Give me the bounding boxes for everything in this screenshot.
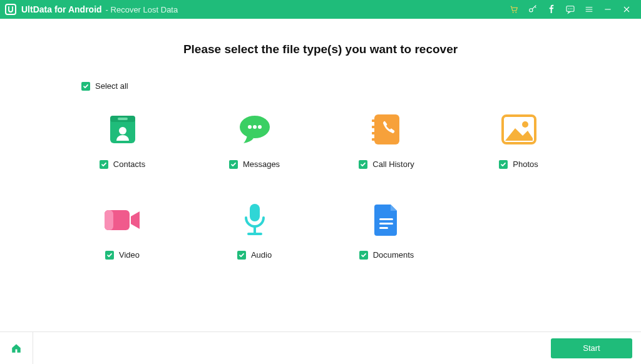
svg-rect-9 (118, 118, 128, 120)
svg-point-13 (253, 125, 257, 129)
facebook-icon[interactable] (542, 0, 561, 19)
minimize-button[interactable] (598, 0, 617, 19)
app-title: UltData for Android (21, 4, 102, 14)
check-icon (100, 160, 108, 169)
key-icon[interactable] (523, 0, 542, 19)
documents-icon (373, 199, 401, 241)
option-label: Documents (373, 250, 414, 260)
main-content: Please select the file type(s) you want … (0, 19, 641, 331)
option-label: Photos (513, 159, 538, 169)
check-icon (229, 160, 238, 169)
titlebar: UltData for Android - Recover Lost Data (0, 0, 641, 19)
footer: Start (0, 331, 641, 364)
svg-point-10 (119, 127, 126, 134)
check-icon (359, 160, 367, 169)
messages-icon (236, 108, 274, 151)
option-documents[interactable]: Documents (320, 199, 453, 260)
check-icon (81, 82, 90, 91)
svg-point-0 (513, 12, 514, 13)
call-history-icon (371, 108, 403, 151)
svg-rect-29 (379, 227, 388, 229)
svg-rect-28 (379, 223, 393, 225)
audio-icon (241, 199, 269, 241)
option-call-history[interactable]: Call History (320, 108, 453, 169)
check-icon (499, 160, 508, 169)
svg-point-21 (522, 121, 528, 128)
option-label: Contacts (113, 159, 145, 169)
option-photos[interactable]: Photos (453, 108, 585, 169)
page-heading: Please select the file type(s) you want … (38, 43, 603, 56)
app-subtitle: - Recover Lost Data (106, 5, 178, 14)
feedback-icon[interactable] (561, 0, 580, 19)
svg-rect-18 (372, 132, 376, 134)
option-audio[interactable]: Audio (188, 199, 320, 260)
svg-rect-23 (105, 210, 113, 230)
check-icon (359, 251, 368, 260)
option-label: Call History (372, 159, 414, 169)
svg-rect-17 (372, 126, 376, 128)
check-icon (105, 251, 114, 260)
home-button[interactable] (9, 341, 24, 356)
option-label: Video (119, 250, 140, 260)
option-label: Audio (251, 250, 272, 260)
option-label: Messages (243, 159, 280, 169)
start-button[interactable]: Start (551, 338, 632, 358)
option-contacts[interactable]: Contacts (56, 108, 188, 169)
svg-point-12 (248, 125, 252, 129)
contacts-icon (105, 108, 140, 151)
svg-point-14 (258, 125, 262, 129)
divider (33, 332, 33, 365)
svg-point-5 (570, 8, 570, 9)
close-button[interactable] (617, 0, 636, 19)
select-all-label: Select all (95, 81, 128, 91)
photos-icon (500, 108, 538, 151)
cart-icon[interactable] (505, 0, 523, 19)
menu-icon[interactable] (580, 0, 598, 19)
video-icon (103, 199, 142, 241)
check-icon (237, 251, 246, 260)
option-messages[interactable]: Messages (188, 108, 320, 169)
file-type-grid: Contacts Messages (38, 108, 603, 260)
app-logo-icon (5, 4, 16, 15)
svg-point-6 (572, 8, 572, 9)
select-all-checkbox[interactable]: Select all (81, 81, 603, 91)
svg-point-4 (568, 8, 569, 9)
svg-point-1 (515, 12, 516, 13)
svg-rect-16 (372, 119, 376, 122)
svg-rect-27 (379, 218, 393, 220)
svg-rect-19 (372, 138, 376, 141)
svg-rect-24 (250, 204, 260, 221)
option-video[interactable]: Video (56, 199, 188, 260)
svg-point-2 (530, 9, 533, 12)
